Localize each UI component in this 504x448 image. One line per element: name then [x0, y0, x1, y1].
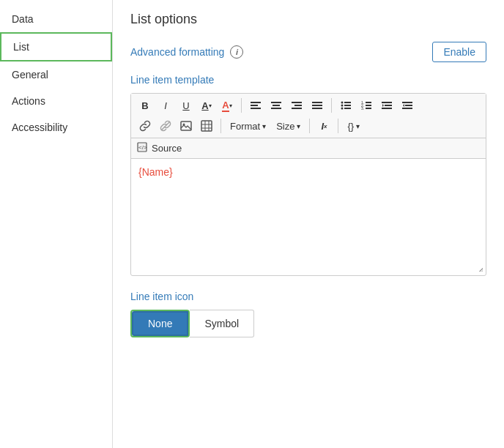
separator-3: [220, 119, 221, 133]
svg-rect-27: [402, 102, 412, 103]
icon-buttons: None Symbol: [130, 310, 486, 337]
advanced-formatting-row: Advanced formatting i Enable: [130, 42, 486, 62]
svg-rect-28: [405, 105, 412, 106]
color-a-button[interactable]: A ▾: [218, 97, 237, 114]
svg-text:</>: </>: [138, 144, 147, 151]
line-item-template-title: Line item template: [130, 74, 486, 86]
align-right-button[interactable]: [287, 97, 306, 114]
svg-rect-1: [251, 105, 258, 106]
code-chevron: ▾: [356, 122, 360, 130]
svg-rect-31: [181, 122, 191, 130]
source-icon: </>: [137, 142, 147, 154]
svg-rect-26: [382, 108, 392, 109]
svg-point-14: [341, 108, 344, 110]
svg-rect-23: [366, 108, 371, 109]
page-title: List options: [130, 12, 486, 27]
line-item-icon-title: Line item icon: [130, 291, 486, 302]
format-chevron: ▾: [262, 122, 266, 130]
advanced-formatting-left: Advanced formatting i: [130, 45, 243, 59]
svg-rect-29: [402, 108, 412, 109]
source-label: Source: [152, 143, 182, 154]
svg-rect-2: [251, 108, 261, 109]
svg-rect-15: [344, 102, 351, 103]
editor-body[interactable]: {Name}: [131, 159, 486, 261]
svg-rect-22: [366, 105, 371, 106]
size-chevron: ▾: [297, 122, 300, 130]
toolbar-row-1: B I U A ▾ A ▾: [136, 97, 481, 114]
sidebar-item-actions[interactable]: Actions: [0, 88, 112, 114]
svg-rect-11: [312, 108, 322, 109]
separator-4: [309, 119, 310, 133]
unlink-button[interactable]: [156, 117, 175, 135]
variable-button[interactable]: Ix: [314, 117, 333, 135]
resize-handle[interactable]: [131, 261, 486, 275]
bold-button[interactable]: B: [136, 97, 155, 114]
svg-text:3.: 3.: [361, 106, 364, 111]
svg-rect-16: [344, 105, 351, 106]
sidebar-item-general[interactable]: General: [0, 61, 112, 88]
underline-button[interactable]: U: [177, 97, 196, 114]
code-dropdown[interactable]: {} ▾: [343, 117, 364, 135]
svg-rect-8: [292, 108, 302, 109]
symbol-button[interactable]: Symbol: [190, 310, 254, 337]
svg-rect-0: [251, 102, 261, 103]
format-dropdown[interactable]: Format ▾: [226, 117, 270, 135]
none-button-wrapper: None: [130, 310, 190, 337]
none-button[interactable]: None: [132, 311, 188, 336]
template-content: {Name}: [138, 166, 173, 178]
list-unordered-button[interactable]: [336, 97, 355, 114]
svg-rect-7: [294, 105, 302, 106]
svg-rect-6: [292, 102, 302, 103]
svg-rect-24: [382, 102, 392, 103]
separator-5: [338, 119, 338, 133]
info-icon[interactable]: i: [230, 45, 243, 59]
table-button[interactable]: [197, 117, 216, 135]
separator-2: [331, 98, 332, 113]
editor-container: B I U A ▾ A ▾: [130, 93, 486, 276]
underline-a-button[interactable]: A ▾: [197, 97, 216, 114]
source-row: </> Source: [131, 138, 486, 159]
svg-rect-4: [273, 105, 280, 106]
sidebar-item-data[interactable]: Data: [0, 6, 112, 32]
separator-1: [241, 98, 242, 113]
enable-button[interactable]: Enable: [432, 42, 486, 62]
sidebar-item-accessibility[interactable]: Accessibility: [0, 114, 112, 141]
list-ordered-button[interactable]: 1. 2. 3.: [357, 97, 376, 114]
main-content: List options Advanced formatting i Enabl…: [113, 0, 504, 448]
italic-button[interactable]: I: [156, 97, 175, 114]
link-button[interactable]: [136, 117, 155, 135]
toolbar: B I U A ▾ A ▾: [131, 94, 486, 138]
align-center-button[interactable]: [267, 97, 286, 114]
svg-rect-21: [366, 102, 371, 103]
image-button[interactable]: [177, 117, 196, 135]
svg-rect-3: [271, 102, 281, 103]
toolbar-row-2: Format ▾ Size ▾ Ix {} ▾: [136, 117, 481, 135]
svg-rect-9: [312, 102, 322, 103]
sidebar: Data List General Actions Accessibility: [0, 0, 113, 448]
indent-increase-button[interactable]: [398, 97, 417, 114]
svg-rect-5: [271, 108, 281, 109]
advanced-formatting-label: Advanced formatting: [130, 46, 224, 58]
svg-rect-10: [312, 105, 322, 106]
svg-point-12: [341, 102, 344, 104]
svg-rect-33: [201, 121, 212, 131]
sidebar-item-list[interactable]: List: [0, 32, 112, 61]
code-label: {}: [347, 121, 354, 132]
indent-decrease-button[interactable]: [377, 97, 396, 114]
svg-rect-25: [385, 105, 392, 106]
svg-rect-17: [344, 108, 351, 109]
svg-point-13: [341, 105, 344, 107]
align-left-button[interactable]: [246, 97, 265, 114]
align-justify-button[interactable]: [308, 97, 327, 114]
size-dropdown[interactable]: Size ▾: [272, 117, 305, 135]
